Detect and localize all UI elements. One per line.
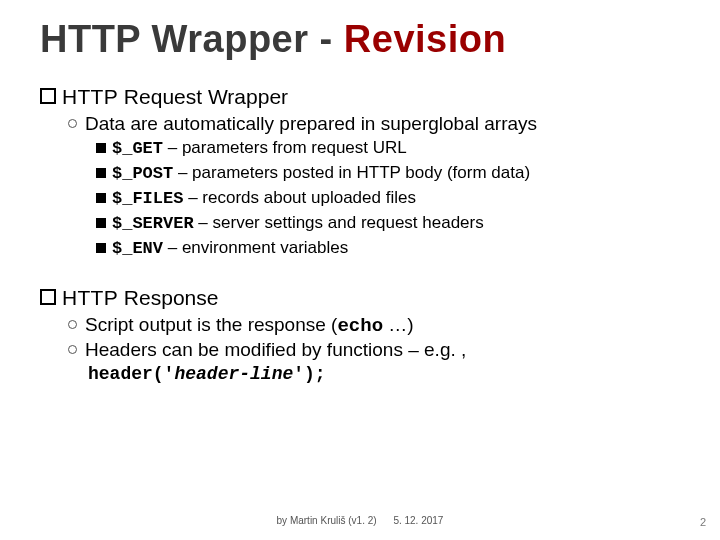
var-server: $_SERVER (112, 214, 194, 233)
section1-prefix: HTTP (62, 85, 118, 108)
list-item: $_GET – parameters from request URL (96, 137, 692, 161)
page-number: 2 (700, 516, 706, 528)
filled-square-icon (96, 143, 106, 153)
slide: HTTP Wrapper - Revision HTTP Request Wra… (0, 0, 720, 540)
ring-bullet-icon (68, 320, 77, 329)
square-bullet-icon (40, 289, 56, 305)
list-item: $_ENV – environment variables (96, 237, 692, 261)
section1-rest: Request Wrapper (118, 85, 288, 108)
footer-date: 5. 12. 2017 (393, 515, 443, 526)
desc-files: – records about uploaded files (183, 188, 416, 207)
list-item: $_SERVER – server settings and request h… (96, 212, 692, 236)
section-http-response: HTTP Response (40, 286, 692, 310)
section-http-request: HTTP Request Wrapper (40, 85, 692, 109)
header-line-code: header('header-line'); (88, 363, 692, 384)
list-item: $_FILES – records about uploaded files (96, 187, 692, 211)
var-files: $_FILES (112, 189, 183, 208)
header-arg: header-line (174, 364, 293, 384)
desc-server: – server settings and request headers (194, 213, 484, 232)
footer: by Martin Kruliš (v1. 2) 5. 12. 2017 (0, 515, 720, 526)
desc-get: – parameters from request URL (163, 138, 407, 157)
filled-square-icon (96, 218, 106, 228)
section1-sub: Data are automatically prepared in super… (68, 113, 692, 135)
section1-sub-text: Data are automatically prepared in super… (85, 113, 537, 134)
s2s1-pre: Script output is the response ( (85, 314, 337, 335)
filled-square-icon (96, 193, 106, 203)
slide-title: HTTP Wrapper - Revision (40, 18, 692, 61)
title-accent: Revision (344, 18, 506, 60)
section2-sub2: Headers can be modified by functions – e… (68, 339, 692, 361)
title-text-plain: HTTP Wrapper (40, 18, 320, 60)
var-env: $_ENV (112, 239, 163, 258)
footer-author: by Martin Kruliš (v1. 2) (277, 515, 377, 526)
section2-sub1: Script output is the response (echo …) (68, 314, 692, 337)
filled-square-icon (96, 243, 106, 253)
square-bullet-icon (40, 88, 56, 104)
desc-post: – parameters posted in HTTP body (form d… (173, 163, 530, 182)
header-close: '); (293, 364, 325, 384)
desc-env: – environment variables (163, 238, 348, 257)
s2s1-code: echo (337, 315, 383, 337)
s2s2-pre: Headers can be modified by functions – e… (85, 339, 466, 360)
header-func: header(' (88, 364, 174, 384)
list-item: $_POST – parameters posted in HTTP body … (96, 162, 692, 186)
ring-bullet-icon (68, 345, 77, 354)
section2-rest: Response (118, 286, 218, 309)
spacer (40, 262, 692, 280)
ring-bullet-icon (68, 119, 77, 128)
title-dash: - (320, 18, 344, 60)
s2s1-post: …) (383, 314, 414, 335)
section2-prefix: HTTP (62, 286, 118, 309)
var-post: $_POST (112, 164, 173, 183)
var-get: $_GET (112, 139, 163, 158)
filled-square-icon (96, 168, 106, 178)
